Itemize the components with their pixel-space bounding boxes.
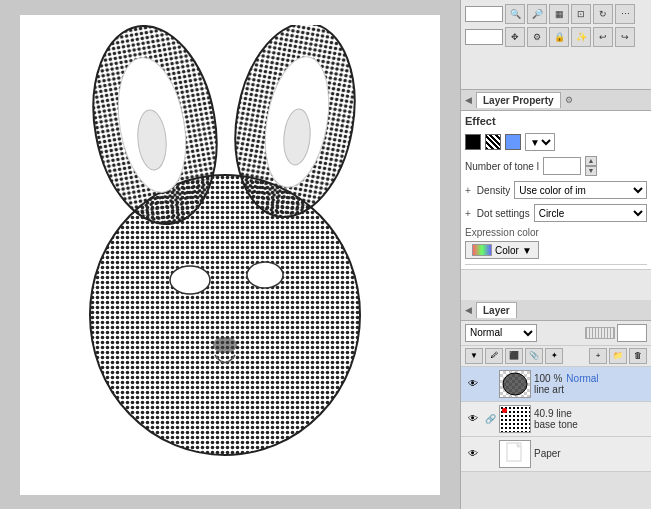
layer-ref-icon[interactable]: ✦ — [545, 348, 563, 364]
panel-left-arrow[interactable]: ◀ — [465, 95, 472, 105]
layer-thumbnail — [499, 370, 531, 398]
layer-item[interactable]: 👁 Paper — [461, 437, 651, 472]
layer-item[interactable]: 👁 🔗 40.9 line base tone — [461, 402, 651, 437]
layer-delete-btn[interactable]: 🗑 — [629, 348, 647, 364]
svg-point-13 — [247, 262, 283, 288]
color-button[interactable]: Color ▼ — [465, 241, 539, 259]
layer-down-arrow[interactable]: ▼ — [465, 348, 483, 364]
canvas-white[interactable] — [20, 15, 440, 495]
blue-swatch[interactable] — [505, 134, 521, 150]
layer-tab[interactable]: Layer — [476, 302, 517, 318]
layer-lock-icon[interactable]: 🖉 — [485, 348, 503, 364]
density-label: Density — [477, 185, 510, 196]
lock-icon[interactable]: 🔒 — [549, 27, 569, 47]
opacity-input[interactable]: 100 — [617, 324, 647, 342]
layer-list: 👁 100 % Normal line art 👁 — [461, 367, 651, 510]
layer-visibility-toggle[interactable]: 👁 — [465, 376, 481, 392]
tone-number-row: Number of tone l 40.9 ▲ ▼ — [465, 156, 647, 176]
blend-opacity-row: Normal 100 — [461, 321, 651, 346]
color-preview — [472, 244, 492, 256]
hand-icon[interactable]: ✥ — [505, 27, 525, 47]
layer-thumbnail — [499, 405, 531, 433]
undo-icon[interactable]: ↩ — [593, 27, 613, 47]
layer-add-btn[interactable]: + — [589, 348, 607, 364]
canvas-area — [0, 0, 460, 509]
layer-visibility-toggle[interactable]: 👁 — [465, 411, 481, 427]
layer-tools-row: ▼ 🖉 ⬛ 📎 ✦ + 📁 🗑 — [461, 346, 651, 367]
svg-point-15 — [503, 373, 527, 395]
layer-property-panel: ◀ Layer Property ⚙ Effect ▼ Number of to… — [461, 90, 651, 300]
layer-link-icon — [484, 376, 496, 392]
crop-icon[interactable]: ⊡ — [571, 4, 591, 24]
blend-mode-select[interactable]: Normal — [465, 324, 537, 342]
layer-alpha-lock-icon[interactable]: ⬛ — [505, 348, 523, 364]
tone-number-label: Number of tone l — [465, 161, 539, 172]
expression-color-section: Expression color Color ▼ — [465, 227, 647, 265]
layer-panel: ◀ Layer Normal 100 ▼ 🖉 ⬛ 📎 ✦ + 📁 🗑 — [461, 300, 651, 510]
layer-visibility-toggle[interactable]: 👁 — [465, 446, 481, 462]
pattern-swatch[interactable] — [485, 134, 501, 150]
grid-icon[interactable]: ▦ — [549, 4, 569, 24]
color-button-label: Color — [495, 245, 519, 256]
density-dropdown[interactable]: Use color of im — [514, 181, 647, 199]
layer-panel-left-arrow[interactable]: ◀ — [465, 305, 472, 315]
color-button-row: Color ▼ — [465, 241, 647, 259]
layer-thumbnail — [499, 440, 531, 468]
swatch-dropdown[interactable]: ▼ — [525, 133, 555, 151]
layer-name: Paper — [534, 448, 647, 459]
color-dropdown-arrow[interactable]: ▼ — [522, 245, 532, 256]
effect-section: Effect ▼ Number of tone l 40.9 ▲ ▼ — [461, 111, 651, 270]
more-icon[interactable]: ⋯ — [615, 4, 635, 24]
zoom-in-icon[interactable]: 🔍 — [505, 4, 525, 24]
layer-info: 40.9 line base tone — [534, 408, 647, 430]
layer-item[interactable]: 👁 100 % Normal line art — [461, 367, 651, 402]
opacity-slider[interactable] — [585, 327, 615, 339]
layer-name: base tone — [534, 419, 647, 430]
canvas-drawing — [40, 25, 420, 485]
layer-percent: 100 % — [534, 373, 562, 384]
effect-title: Effect — [465, 115, 647, 127]
density-row: + Density Use color of im — [465, 181, 647, 199]
layer-link-icon — [484, 446, 496, 462]
x-coord-input[interactable]: 100.0 — [465, 6, 503, 22]
expression-color-label: Expression color — [465, 227, 647, 238]
tone-value-input[interactable]: 40.9 — [543, 157, 581, 175]
top-toolbar: 100.0 🔍 🔎 ▦ ⊡ ↻ ⋯ 0.0 ✥ ⚙ 🔒 ✨ ↩ ↪ — [461, 0, 651, 90]
layer-panel-tab-bar: ◀ Layer — [461, 300, 651, 321]
svg-point-7 — [90, 175, 360, 455]
rotate-icon[interactable]: ↻ — [593, 4, 613, 24]
layer-name: line art — [534, 384, 647, 395]
layer-info: 100 % Normal line art — [534, 373, 647, 395]
density-expand-icon[interactable]: + — [465, 185, 471, 196]
layer-property-tab[interactable]: Layer Property — [476, 92, 561, 108]
tone-spinbox[interactable]: ▲ ▼ — [585, 156, 597, 176]
right-panel: 100.0 🔍 🔎 ▦ ⊡ ↻ ⋯ 0.0 ✥ ⚙ 🔒 ✨ ↩ ↪ ◀ Laye… — [460, 0, 651, 509]
dot-settings-label: Dot settings — [477, 208, 530, 219]
dot-settings-row: + Dot settings Circle — [465, 204, 647, 222]
layer-clip-icon[interactable]: 📎 — [525, 348, 543, 364]
layer-link-icon: 🔗 — [484, 411, 496, 427]
layer-blend-mode-label: Normal — [566, 373, 598, 384]
black-swatch[interactable] — [465, 134, 481, 150]
redo-icon[interactable]: ↪ — [615, 27, 635, 47]
layer-folder-btn[interactable]: 📁 — [609, 348, 627, 364]
layer-red-dot — [502, 408, 507, 413]
svg-point-12 — [170, 266, 210, 294]
dot-shape-dropdown[interactable]: Circle — [534, 204, 647, 222]
color-swatches-row: ▼ — [465, 133, 647, 151]
panel-settings-icon[interactable]: ⚙ — [565, 95, 573, 105]
zoom-out-icon[interactable]: 🔎 — [527, 4, 547, 24]
magic-icon[interactable]: ✨ — [571, 27, 591, 47]
y-coord-input[interactable]: 0.0 — [465, 29, 503, 45]
layer-percent: 40.9 line — [534, 408, 572, 419]
svg-point-14 — [213, 337, 237, 353]
layer-info: Paper — [534, 448, 647, 459]
dot-settings-expand-icon[interactable]: + — [465, 208, 471, 219]
settings-icon[interactable]: ⚙ — [527, 27, 547, 47]
layer-property-tab-bar: ◀ Layer Property ⚙ — [461, 90, 651, 111]
